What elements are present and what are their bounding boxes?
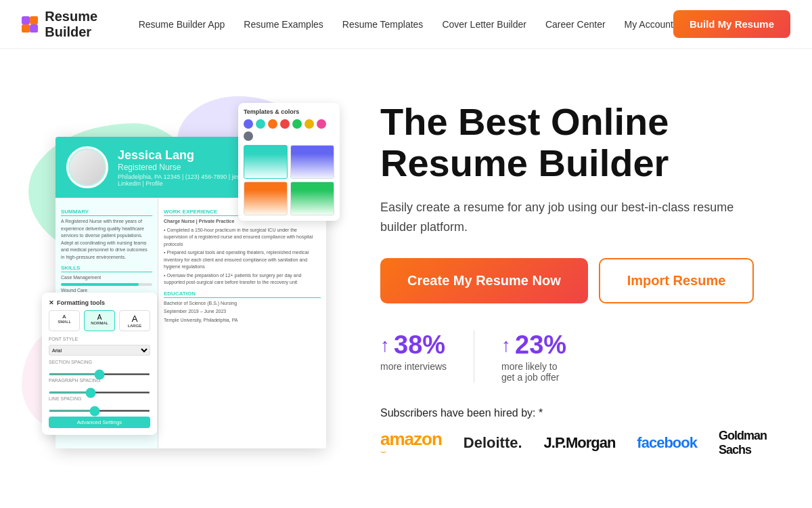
logo[interactable]: Resume Builder bbox=[22, 9, 114, 40]
hero-visual: Templates & colors Jessica Lang Register… bbox=[22, 83, 340, 475]
resume-main-col: Work Experience Charge Nurse | Private P… bbox=[158, 198, 326, 448]
color-dot[interactable] bbox=[256, 119, 265, 129]
template-thumb-3[interactable] bbox=[244, 182, 288, 215]
resume-summary-text: A Registered Nurse with three years of e… bbox=[61, 218, 152, 261]
hero-heading: The Best Online Resume Builder bbox=[380, 101, 780, 184]
font-size-small[interactable]: A SMALL bbox=[49, 310, 80, 331]
color-dot[interactable] bbox=[292, 119, 302, 129]
color-dot[interactable] bbox=[317, 119, 326, 129]
stat-interviews-arrow: ↑ bbox=[380, 335, 390, 356]
svg-rect-3 bbox=[30, 24, 38, 33]
hero-subtext: Easily create a resume for any job using… bbox=[380, 198, 746, 237]
hired-by-section: Subscribers have been hired by: * amazon… bbox=[380, 407, 780, 457]
brand-logos-row: amazon ⌣ Deloitte. J.P.Morgan facebook G… bbox=[380, 429, 780, 457]
nav-my-account[interactable]: My Account bbox=[625, 19, 673, 30]
line-spacing-slider[interactable] bbox=[49, 410, 150, 412]
hero-heading-line2: Resume Builder bbox=[380, 142, 669, 184]
logo-icon bbox=[22, 12, 38, 37]
font-size-large[interactable]: A LARGE bbox=[119, 310, 150, 331]
navbar-right: Build My Resume bbox=[673, 10, 790, 38]
amazon-logo: amazon ⌣ bbox=[380, 429, 442, 457]
section-spacing-label: SECTION SPACING bbox=[49, 360, 150, 364]
template-thumb-4[interactable] bbox=[290, 182, 334, 215]
template-thumb-2[interactable] bbox=[290, 145, 334, 179]
resume-skills-label: Skills bbox=[61, 265, 152, 272]
font-select[interactable]: Arial bbox=[49, 345, 150, 356]
formatting-panel: ✕ Formatting tools A SMALL A NORMAL A LA… bbox=[42, 293, 157, 436]
facebook-logo: facebook bbox=[637, 434, 697, 452]
nav-cover-letter[interactable]: Cover Letter Builder bbox=[442, 19, 526, 30]
color-dot[interactable] bbox=[244, 131, 253, 141]
import-resume-button[interactable]: Import Resume bbox=[599, 258, 754, 303]
color-dot[interactable] bbox=[280, 119, 290, 129]
resume-summary-label: Summary bbox=[61, 209, 152, 216]
navbar-left: Resume Builder Resume Builder App Resume… bbox=[22, 9, 673, 40]
stat-interviews: ↑ 38% more interviews bbox=[380, 331, 474, 383]
hired-title: Subscribers have been hired by: * bbox=[380, 407, 780, 419]
hero-section: Templates & colors Jessica Lang Register… bbox=[0, 49, 812, 508]
stat-job-offer: ↑ 23% more likely toget a job offer bbox=[501, 331, 593, 383]
section-spacing-slider[interactable] bbox=[49, 373, 150, 375]
resume-photo-circle bbox=[70, 150, 105, 185]
color-dots bbox=[244, 119, 334, 141]
resume-photo bbox=[66, 146, 108, 188]
build-resume-button[interactable]: Build My Resume bbox=[673, 10, 790, 38]
goldman-logo: GoldmanSachs bbox=[719, 429, 767, 457]
jpmorgan-logo: J.P.Morgan bbox=[544, 434, 616, 452]
hero-heading-line1: The Best Online bbox=[380, 100, 669, 143]
cta-buttons: Create My Resume Now Import Resume bbox=[380, 258, 780, 303]
advanced-settings-button[interactable]: Advanced Settings bbox=[49, 417, 150, 428]
color-dot[interactable] bbox=[304, 119, 314, 129]
color-dot[interactable] bbox=[244, 119, 253, 129]
template-thumb-1[interactable] bbox=[244, 145, 288, 179]
font-size-normal[interactable]: A NORMAL bbox=[84, 310, 115, 331]
deloitte-logo: Deloitte. bbox=[464, 434, 522, 452]
stat-job-offer-arrow: ↑ bbox=[501, 335, 511, 356]
logo-text: Resume Builder bbox=[45, 9, 114, 40]
hero-content: The Best Online Resume Builder Easily cr… bbox=[367, 101, 780, 458]
stats-row: ↑ 38% more interviews ↑ 23% more likely … bbox=[380, 331, 780, 383]
color-dot[interactable] bbox=[268, 119, 277, 129]
create-resume-button[interactable]: Create My Resume Now bbox=[380, 258, 588, 303]
resume-edu-label: Education bbox=[164, 291, 321, 298]
templates-panel: Templates & colors bbox=[238, 103, 340, 221]
nav-resume-templates[interactable]: Resume Templates bbox=[342, 19, 424, 30]
nav-career-center[interactable]: Career Center bbox=[545, 19, 606, 30]
nav-resume-builder-app[interactable]: Resume Builder App bbox=[139, 19, 225, 30]
nav-resume-examples[interactable]: Resume Examples bbox=[244, 19, 323, 30]
stat-interviews-number: ↑ 38% bbox=[380, 331, 447, 360]
svg-rect-1 bbox=[30, 16, 38, 24]
templates-panel-title: Templates & colors bbox=[244, 108, 334, 115]
formatting-panel-title: ✕ Formatting tools bbox=[49, 299, 150, 306]
stat-interviews-label: more interviews bbox=[380, 361, 447, 372]
font-size-options: A SMALL A NORMAL A LARGE bbox=[49, 310, 150, 331]
svg-rect-0 bbox=[22, 16, 30, 24]
svg-rect-2 bbox=[22, 24, 30, 33]
stat-job-offer-label: more likely toget a job offer bbox=[501, 361, 566, 383]
font-style-label: FONT STYLE bbox=[49, 337, 150, 341]
paragraph-spacing-slider[interactable] bbox=[49, 391, 150, 394]
template-thumbs bbox=[244, 145, 334, 215]
navbar: Resume Builder Resume Builder App Resume… bbox=[0, 0, 812, 49]
nav-links: Resume Builder App Resume Examples Resum… bbox=[139, 19, 673, 30]
stat-job-offer-number: ↑ 23% bbox=[501, 331, 566, 360]
